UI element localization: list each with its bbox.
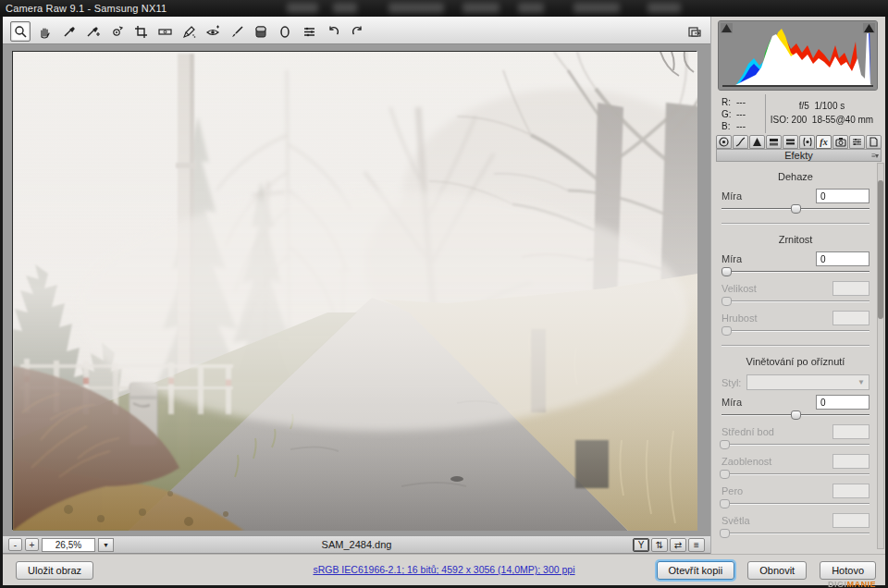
copy-settings-button[interactable]: ⇄ — [670, 538, 686, 552]
white-balance-tool-button[interactable] — [58, 21, 79, 42]
tab-hsl-grayscale[interactable] — [766, 135, 782, 149]
iso-value: ISO: 200 — [771, 115, 807, 125]
done-button[interactable]: Hotovo — [820, 561, 876, 580]
fullscreen-icon — [687, 25, 702, 39]
panel-menu-icon[interactable]: ≡▾ — [871, 151, 878, 162]
tab-snapshots[interactable] — [866, 135, 882, 149]
slider-thumb — [720, 499, 730, 508]
rotate-left-button[interactable] — [323, 21, 343, 42]
radial-filter-tool-button[interactable] — [275, 21, 295, 42]
preview-options-button[interactable]: ≡ — [688, 538, 705, 552]
slider-thumb — [720, 470, 730, 479]
slider-label: Zaoblenost — [722, 456, 771, 467]
graduated-filter-tool-button[interactable] — [251, 21, 271, 42]
slider-track — [722, 440, 870, 449]
adjustment-brush-tool-button[interactable] — [227, 21, 247, 42]
brush-icon — [230, 25, 244, 39]
image-area: - + 26,5% ▼ SAM_2484.dng Y ⇅ ⇄ ≡ — [3, 44, 710, 554]
before-after-view-button[interactable]: Y — [633, 538, 649, 552]
slider-grain-size: Velikost — [722, 280, 870, 306]
rotate-cw-icon — [351, 25, 364, 39]
zoom-tool-button[interactable] — [10, 21, 31, 42]
background-blur — [287, 3, 318, 13]
slider-thumb[interactable] — [791, 410, 801, 420]
background-blur — [333, 3, 357, 13]
background-blur — [574, 3, 620, 13]
photo-preview[interactable] — [12, 51, 697, 530]
straighten-tool-button[interactable] — [154, 21, 175, 42]
slider-value-input — [832, 281, 870, 296]
zoom-icon — [14, 25, 28, 39]
slider-track[interactable] — [722, 410, 870, 420]
slider-label: Míra — [722, 397, 742, 408]
toggle-fullscreen-button[interactable] — [684, 21, 705, 42]
slider-thumb — [720, 529, 730, 538]
tab-presets[interactable] — [849, 135, 865, 149]
slider-thumb[interactable] — [791, 204, 801, 214]
toolbar — [3, 17, 710, 44]
scrollbar-thumb[interactable] — [878, 180, 883, 319]
panel-title: Efekty — [784, 150, 813, 161]
fx-icon: fx — [820, 137, 827, 147]
zoom-level-value[interactable]: 26,5% — [42, 538, 95, 552]
workflow-options-link[interactable]: sRGB IEC61966-2.1; 16 bitů; 4592 x 3056 … — [313, 564, 574, 575]
tab-tone-curve[interactable] — [733, 135, 748, 149]
slider-value-input[interactable]: 0 — [816, 189, 870, 203]
hsl-icon — [769, 137, 779, 147]
red-eye-tool-button[interactable] — [203, 21, 223, 42]
image-statusbar: - + 26,5% ▼ SAM_2484.dng Y ⇅ ⇄ ≡ — [3, 535, 710, 554]
vignette-style-row: Styl: ▼ — [722, 374, 870, 390]
slider-thumb[interactable] — [722, 267, 732, 276]
reset-button[interactable]: Obnovit — [747, 561, 807, 580]
section-heading-grain: Zrnitost — [722, 234, 870, 245]
panel-title-bar: Efekty ≡▾ — [716, 149, 882, 162]
tab-effects[interactable]: fx — [816, 135, 832, 149]
target-icon — [110, 25, 124, 39]
zoom-level-dropdown[interactable]: ▼ — [98, 538, 114, 552]
color-sampler-icon — [86, 25, 100, 39]
slider-value-input — [832, 484, 870, 498]
graduated-filter-icon — [254, 25, 267, 39]
tab-detail[interactable] — [749, 135, 765, 149]
spot-removal-tool-button[interactable] — [179, 21, 199, 42]
targeted-adjustment-tool-button[interactable] — [106, 21, 127, 42]
tab-basic[interactable] — [716, 135, 732, 149]
tab-lens-corrections[interactable] — [799, 135, 815, 149]
lens-icon — [802, 137, 813, 147]
zoom-out-button[interactable]: - — [8, 538, 22, 551]
slider-vignette-feather: Pero — [722, 483, 870, 508]
swap-before-after-button[interactable]: ⇅ — [651, 538, 668, 552]
save-image-button[interactable]: Uložit obraz — [16, 561, 93, 580]
tab-split-toning[interactable] — [783, 135, 798, 149]
digimanie-watermark: DIGIMANIE — [828, 580, 876, 588]
hand-tool-button[interactable] — [34, 21, 55, 42]
rgb-readout: R:--- G:--- B:--- — [718, 94, 766, 133]
shadow-clipping-icon[interactable] — [721, 23, 733, 33]
background-blur — [462, 3, 500, 13]
preferences-button[interactable] — [299, 21, 319, 42]
slider-label: Světla — [722, 515, 750, 526]
aperture-value: f/5 — [799, 101, 809, 111]
color-sampler-tool-button[interactable] — [82, 21, 103, 42]
open-copy-button[interactable]: Otevřít kopii — [657, 561, 735, 580]
slider-vignette-roundness: Zaoblenost — [722, 453, 870, 479]
hand-icon — [38, 25, 52, 39]
tab-camera-calibration[interactable] — [832, 135, 848, 149]
panel-scrollbar[interactable] — [877, 163, 884, 549]
shutter-value: 1/100 s — [814, 101, 845, 111]
eyedropper-icon — [62, 25, 76, 39]
slider-vignette-midpoint: Střední bod — [722, 423, 870, 449]
snapshot-icon — [869, 137, 879, 147]
eye-icon — [205, 25, 220, 39]
slider-track[interactable] — [722, 267, 870, 276]
slider-value-input[interactable]: 0 — [816, 395, 870, 410]
slider-value-input[interactable]: 0 — [816, 251, 870, 266]
crop-tool-button[interactable] — [130, 21, 151, 42]
zoom-in-button[interactable]: + — [25, 538, 39, 551]
camera-raw-window: Camera Raw 9.1 - Samsung NX11 — [0, 0, 888, 588]
rotate-right-button[interactable] — [347, 21, 367, 42]
highlight-clipping-icon[interactable] — [863, 23, 875, 33]
curve-icon — [735, 137, 746, 147]
style-label: Styl: — [722, 377, 741, 388]
slider-track[interactable] — [722, 204, 870, 214]
